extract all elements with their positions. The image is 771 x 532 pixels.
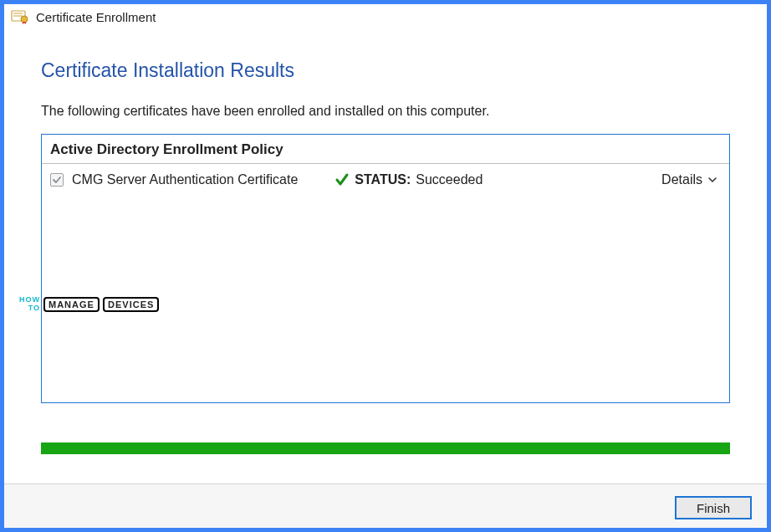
certificate-icon (11, 9, 29, 24)
window-title: Certificate Enrollment (36, 10, 156, 24)
title-bar: Certificate Enrollment (4, 4, 767, 29)
dialog-footer: Finish (4, 483, 767, 528)
details-toggle[interactable]: Details (661, 172, 717, 187)
status-label: STATUS: (355, 172, 411, 187)
policy-box: Active Directory Enrollment Policy CMG S… (41, 134, 730, 403)
dialog-window: Certificate Enrollment Certificate Insta… (0, 0, 771, 532)
finish-button[interactable]: Finish (675, 496, 752, 519)
chevron-down-icon (707, 175, 717, 185)
certificate-checkbox[interactable] (50, 173, 64, 187)
progress-bar (41, 442, 730, 454)
details-label: Details (661, 172, 702, 187)
page-heading: Certificate Installation Results (41, 59, 730, 82)
svg-point-3 (21, 16, 28, 23)
certificate-name: CMG Server Authentication Certificate (72, 172, 298, 187)
page-subtext: The following certificates have been enr… (41, 104, 730, 119)
status-value: Succeeded (416, 172, 483, 187)
certificate-row: CMG Server Authentication Certificate ST… (42, 164, 729, 194)
status-area: STATUS: Succeeded (334, 172, 483, 187)
success-check-icon (334, 172, 350, 187)
policy-header: Active Directory Enrollment Policy (42, 135, 729, 164)
content-area: Certificate Installation Results The fol… (4, 29, 767, 432)
